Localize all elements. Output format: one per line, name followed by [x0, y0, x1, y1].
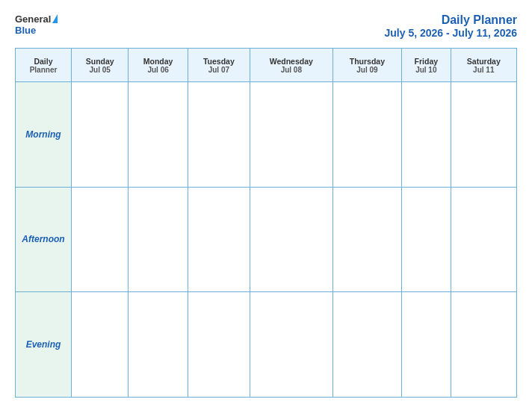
evening-thursday[interactable] [332, 292, 401, 398]
evening-tuesday[interactable] [188, 292, 250, 398]
evening-label: Evening [16, 292, 72, 398]
saturday-date: Jul 11 [454, 66, 514, 74]
logo-triangle-icon [52, 14, 58, 23]
morning-sunday[interactable] [72, 82, 129, 188]
col-wednesday: Wednesday Jul 08 [250, 49, 332, 82]
evening-row: Evening [16, 292, 517, 398]
tuesday-date: Jul 07 [191, 66, 247, 74]
logo-general-text: General [15, 13, 51, 25]
logo-blue-text: Blue [15, 25, 36, 36]
morning-row: Morning [16, 82, 517, 188]
wednesday-date: Jul 08 [253, 66, 330, 74]
label-header-top: Daily [18, 57, 69, 66]
col-monday: Monday Jul 06 [129, 49, 188, 82]
morning-thursday[interactable] [332, 82, 401, 188]
morning-monday[interactable] [129, 82, 188, 188]
morning-friday[interactable] [402, 82, 451, 188]
morning-wednesday[interactable] [250, 82, 332, 188]
col-friday: Friday Jul 10 [402, 49, 451, 82]
planner-table: Daily Planner Sunday Jul 05 Monday Jul 0… [15, 48, 517, 398]
evening-friday[interactable] [402, 292, 451, 398]
monday-date: Jul 06 [131, 66, 185, 74]
tuesday-label: Tuesday [191, 57, 247, 66]
afternoon-monday[interactable] [129, 187, 188, 292]
morning-tuesday[interactable] [188, 82, 250, 188]
header-row: Daily Planner Sunday Jul 05 Monday Jul 0… [16, 49, 517, 82]
afternoon-friday[interactable] [402, 187, 451, 292]
friday-date: Jul 10 [404, 66, 448, 74]
afternoon-row: Afternoon [16, 187, 517, 292]
evening-sunday[interactable] [72, 292, 129, 398]
page-title: Daily Planner [385, 13, 517, 27]
evening-wednesday[interactable] [250, 292, 332, 398]
logo: General [15, 13, 58, 25]
afternoon-label: Afternoon [16, 187, 72, 292]
col-tuesday: Tuesday Jul 07 [188, 49, 250, 82]
thursday-date: Jul 09 [335, 66, 399, 74]
evening-saturday[interactable] [451, 292, 516, 398]
afternoon-thursday[interactable] [332, 187, 401, 292]
morning-saturday[interactable] [451, 82, 516, 188]
evening-monday[interactable] [129, 292, 188, 398]
label-header: Daily Planner [16, 49, 72, 82]
col-sunday: Sunday Jul 05 [72, 49, 129, 82]
afternoon-tuesday[interactable] [188, 187, 250, 292]
col-saturday: Saturday Jul 11 [451, 49, 516, 82]
afternoon-sunday[interactable] [72, 187, 129, 292]
label-header-sub: Planner [18, 66, 69, 74]
logo-area: General Blue [15, 13, 58, 36]
col-thursday: Thursday Jul 09 [332, 49, 401, 82]
wednesday-label: Wednesday [253, 57, 330, 66]
afternoon-wednesday[interactable] [250, 187, 332, 292]
date-range: July 5, 2026 - July 11, 2026 [385, 27, 517, 39]
monday-label: Monday [131, 57, 185, 66]
sunday-label: Sunday [74, 57, 126, 66]
page: General Blue Daily Planner July 5, 2026 … [0, 0, 532, 411]
header: General Blue Daily Planner July 5, 2026 … [15, 13, 517, 39]
title-area: Daily Planner July 5, 2026 - July 11, 20… [385, 13, 517, 39]
morning-label: Morning [16, 82, 72, 188]
afternoon-saturday[interactable] [451, 187, 516, 292]
saturday-label: Saturday [454, 57, 514, 66]
friday-label: Friday [404, 57, 448, 66]
thursday-label: Thursday [335, 57, 399, 66]
sunday-date: Jul 05 [74, 66, 126, 74]
